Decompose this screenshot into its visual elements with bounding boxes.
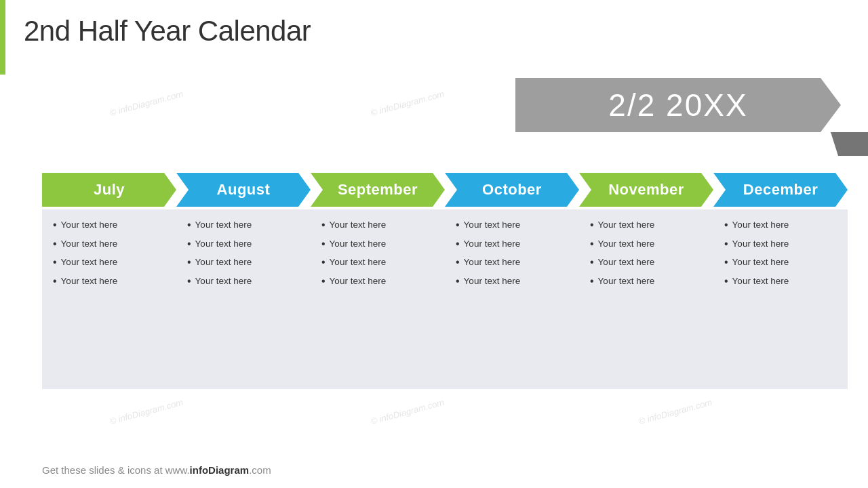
banner-tab bbox=[831, 132, 868, 156]
list-item-text: Your text here bbox=[464, 219, 521, 231]
month-content-december: Your text hereYour text hereYour text he… bbox=[713, 209, 848, 389]
list-item-text: Your text here bbox=[195, 275, 252, 287]
month-content-october: Your text hereYour text hereYour text he… bbox=[445, 209, 579, 389]
footer-brand: infoDiagram bbox=[190, 464, 250, 476]
month-name-august: August bbox=[217, 181, 271, 199]
list-item-text: Your text here bbox=[195, 256, 252, 268]
list-item: Your text here bbox=[187, 219, 304, 231]
list-item: Your text here bbox=[53, 256, 170, 268]
list-item-text: Your text here bbox=[732, 275, 789, 287]
list-item-text: Your text here bbox=[732, 238, 789, 250]
list-item-text: Your text here bbox=[598, 219, 655, 231]
watermark-2: © infoDiagram.com bbox=[370, 89, 446, 118]
list-item-text: Your text here bbox=[464, 238, 521, 250]
list-item-text: Your text here bbox=[598, 238, 655, 250]
title-section: 2nd Half Year Calendar bbox=[24, 15, 311, 47]
list-item: Your text here bbox=[321, 219, 438, 231]
month-column-november: NovemberYour text hereYour text hereYour… bbox=[579, 173, 713, 389]
month-content-july: Your text hereYour text hereYour text he… bbox=[42, 209, 176, 389]
month-content-november: Your text hereYour text hereYour text he… bbox=[579, 209, 713, 389]
month-header-august: August bbox=[176, 173, 311, 207]
list-item-text: Your text here bbox=[195, 238, 252, 250]
watermark-7: © infoDiagram.com bbox=[370, 397, 446, 426]
month-header-july: July bbox=[42, 173, 176, 207]
banner-ribbon: 2/2 20XX bbox=[515, 78, 841, 132]
bullet-list-november: Your text hereYour text hereYour text he… bbox=[590, 219, 707, 287]
list-item-text: Your text here bbox=[61, 275, 118, 287]
watermark-8: © infoDiagram.com bbox=[637, 397, 713, 426]
list-item: Your text here bbox=[53, 238, 170, 250]
month-header-december: December bbox=[713, 173, 848, 207]
list-item-text: Your text here bbox=[598, 256, 655, 268]
list-item-text: Your text here bbox=[330, 256, 387, 268]
footer: Get these slides & icons at www.infoDiag… bbox=[42, 464, 271, 476]
list-item-text: Your text here bbox=[732, 219, 789, 231]
month-name-december: December bbox=[743, 181, 818, 199]
month-column-august: AugustYour text hereYour text hereYour t… bbox=[176, 173, 311, 389]
month-column-december: DecemberYour text hereYour text hereYour… bbox=[713, 173, 848, 389]
list-item: Your text here bbox=[590, 219, 707, 231]
bullet-list-july: Your text hereYour text hereYour text he… bbox=[53, 219, 170, 287]
list-item-text: Your text here bbox=[464, 256, 521, 268]
list-item: Your text here bbox=[456, 238, 572, 250]
month-column-september: SeptemberYour text hereYour text hereYou… bbox=[311, 173, 445, 389]
list-item: Your text here bbox=[456, 275, 572, 287]
list-item: Your text here bbox=[321, 275, 438, 287]
list-item: Your text here bbox=[53, 275, 170, 287]
list-item: Your text here bbox=[724, 275, 841, 287]
month-column-october: OctoberYour text hereYour text hereYour … bbox=[445, 173, 579, 389]
month-name-september: September bbox=[338, 181, 418, 199]
month-name-july: July bbox=[94, 181, 125, 199]
list-item-text: Your text here bbox=[61, 219, 118, 231]
list-item: Your text here bbox=[456, 219, 572, 231]
bullet-list-august: Your text hereYour text hereYour text he… bbox=[187, 219, 304, 287]
watermark-6: © infoDiagram.com bbox=[108, 397, 184, 426]
list-item: Your text here bbox=[724, 256, 841, 268]
month-name-october: October bbox=[482, 181, 542, 199]
month-name-november: November bbox=[608, 181, 684, 199]
banner-text: 2/2 20XX bbox=[608, 87, 747, 123]
bullet-list-october: Your text hereYour text hereYour text he… bbox=[456, 219, 572, 287]
list-item: Your text here bbox=[187, 238, 304, 250]
month-header-september: September bbox=[311, 173, 445, 207]
list-item: Your text here bbox=[724, 238, 841, 250]
footer-text: Get these slides & icons at www. bbox=[42, 464, 190, 476]
month-content-september: Your text hereYour text hereYour text he… bbox=[311, 209, 445, 389]
month-column-july: JulyYour text hereYour text hereYour tex… bbox=[42, 173, 176, 389]
bullet-list-september: Your text hereYour text hereYour text he… bbox=[321, 219, 438, 287]
month-content-august: Your text hereYour text hereYour text he… bbox=[176, 209, 311, 389]
list-item-text: Your text here bbox=[598, 275, 655, 287]
month-header-november: November bbox=[579, 173, 713, 207]
list-item: Your text here bbox=[590, 238, 707, 250]
list-item: Your text here bbox=[321, 238, 438, 250]
list-item: Your text here bbox=[321, 256, 438, 268]
list-item: Your text here bbox=[590, 256, 707, 268]
footer-suffix: .com bbox=[249, 464, 271, 476]
calendar-container: JulyYour text hereYour text hereYour tex… bbox=[42, 173, 848, 389]
list-item-text: Your text here bbox=[732, 256, 789, 268]
banner-container: 2/2 20XX bbox=[515, 78, 868, 132]
watermark-1: © infoDiagram.com bbox=[108, 89, 184, 118]
list-item-text: Your text here bbox=[61, 256, 118, 268]
list-item-text: Your text here bbox=[330, 219, 387, 231]
list-item-text: Your text here bbox=[61, 238, 118, 250]
list-item: Your text here bbox=[724, 219, 841, 231]
left-accent-bar bbox=[0, 0, 5, 75]
list-item-text: Your text here bbox=[195, 219, 252, 231]
list-item: Your text here bbox=[590, 275, 707, 287]
page-title: 2nd Half Year Calendar bbox=[24, 15, 311, 47]
list-item: Your text here bbox=[187, 275, 304, 287]
list-item-text: Your text here bbox=[464, 275, 521, 287]
bullet-list-december: Your text hereYour text hereYour text he… bbox=[724, 219, 841, 287]
list-item: Your text here bbox=[456, 256, 572, 268]
month-header-october: October bbox=[445, 173, 579, 207]
list-item: Your text here bbox=[187, 256, 304, 268]
list-item: Your text here bbox=[53, 219, 170, 231]
list-item-text: Your text here bbox=[330, 238, 387, 250]
list-item-text: Your text here bbox=[330, 275, 387, 287]
